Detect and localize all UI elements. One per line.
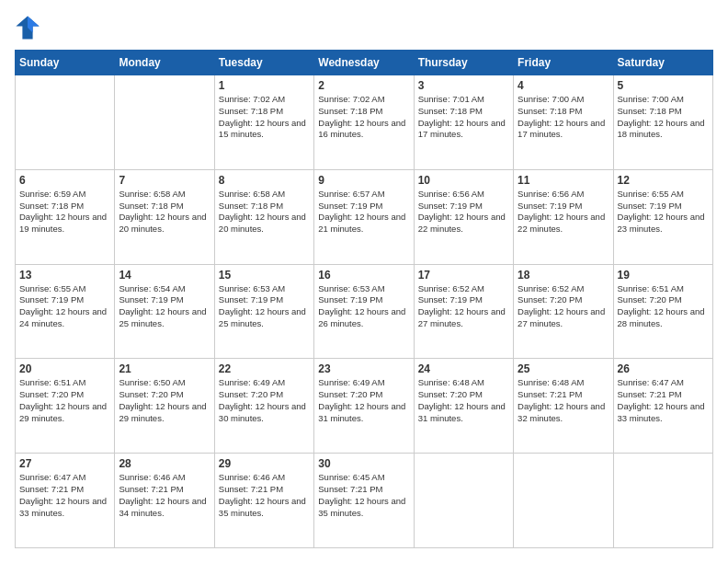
calendar-cell [16,75,115,170]
day-number: 22 [219,362,310,375]
day-info: Sunrise: 7:00 AM Sunset: 7:18 PM Dayligh… [618,94,709,141]
day-info: Sunrise: 6:59 AM Sunset: 7:18 PM Dayligh… [19,189,110,236]
calendar-cell: 23Sunrise: 6:49 AM Sunset: 7:20 PM Dayli… [314,359,414,454]
calendar-cell: 1Sunrise: 7:02 AM Sunset: 7:18 PM Daylig… [214,75,313,170]
day-number: 9 [318,174,409,187]
day-info: Sunrise: 6:58 AM Sunset: 7:18 PM Dayligh… [219,189,310,236]
day-number: 13 [19,269,110,282]
day-info: Sunrise: 6:52 AM Sunset: 7:20 PM Dayligh… [518,283,609,330]
calendar-cell: 13Sunrise: 6:55 AM Sunset: 7:19 PM Dayli… [16,264,115,359]
calendar-cell: 3Sunrise: 7:01 AM Sunset: 7:18 PM Daylig… [414,75,513,170]
day-number: 11 [518,174,609,187]
calendar-cell: 20Sunrise: 6:51 AM Sunset: 7:20 PM Dayli… [16,359,115,454]
page: SundayMondayTuesdayWednesdayThursdayFrid… [0,0,728,563]
day-info: Sunrise: 7:00 AM Sunset: 7:18 PM Dayligh… [518,94,609,141]
weekday-sunday: Sunday [16,51,115,75]
weekday-header-row: SundayMondayTuesdayWednesdayThursdayFrid… [16,51,713,75]
day-info: Sunrise: 6:47 AM Sunset: 7:21 PM Dayligh… [19,472,110,519]
weekday-monday: Monday [115,51,214,75]
week-row-2: 13Sunrise: 6:55 AM Sunset: 7:19 PM Dayli… [16,264,713,359]
day-info: Sunrise: 6:46 AM Sunset: 7:21 PM Dayligh… [219,472,310,519]
calendar-cell: 19Sunrise: 6:51 AM Sunset: 7:20 PM Dayli… [613,264,712,359]
day-info: Sunrise: 6:47 AM Sunset: 7:21 PM Dayligh… [618,377,709,424]
day-number: 4 [518,79,609,92]
day-info: Sunrise: 6:54 AM Sunset: 7:19 PM Dayligh… [119,283,210,330]
calendar-cell: 11Sunrise: 6:56 AM Sunset: 7:19 PM Dayli… [514,169,613,264]
day-number: 5 [618,79,709,92]
calendar-cell: 21Sunrise: 6:50 AM Sunset: 7:20 PM Dayli… [115,359,214,454]
day-number: 8 [219,174,310,187]
calendar-cell: 28Sunrise: 6:46 AM Sunset: 7:21 PM Dayli… [115,454,214,548]
calendar-cell: 7Sunrise: 6:58 AM Sunset: 7:18 PM Daylig… [115,169,214,264]
day-info: Sunrise: 6:50 AM Sunset: 7:20 PM Dayligh… [119,377,210,424]
day-number: 10 [418,174,509,187]
day-number: 2 [318,79,409,92]
day-info: Sunrise: 6:51 AM Sunset: 7:20 PM Dayligh… [618,283,709,330]
calendar-cell: 12Sunrise: 6:55 AM Sunset: 7:19 PM Dayli… [613,169,712,264]
calendar-cell [414,454,513,548]
day-info: Sunrise: 7:01 AM Sunset: 7:18 PM Dayligh… [418,94,509,141]
day-number: 27 [19,457,110,470]
weekday-friday: Friday [514,51,613,75]
day-info: Sunrise: 6:53 AM Sunset: 7:19 PM Dayligh… [219,283,310,330]
calendar-cell: 17Sunrise: 6:52 AM Sunset: 7:19 PM Dayli… [414,264,513,359]
day-info: Sunrise: 6:48 AM Sunset: 7:21 PM Dayligh… [518,377,609,424]
calendar-cell: 8Sunrise: 6:58 AM Sunset: 7:18 PM Daylig… [214,169,313,264]
day-info: Sunrise: 6:56 AM Sunset: 7:19 PM Dayligh… [418,189,509,236]
day-info: Sunrise: 6:57 AM Sunset: 7:19 PM Dayligh… [318,189,409,236]
day-info: Sunrise: 6:56 AM Sunset: 7:19 PM Dayligh… [518,189,609,236]
logo-icon [15,15,40,40]
day-info: Sunrise: 6:46 AM Sunset: 7:21 PM Dayligh… [119,472,210,519]
calendar-cell: 30Sunrise: 6:45 AM Sunset: 7:21 PM Dayli… [314,454,414,548]
calendar-cell: 10Sunrise: 6:56 AM Sunset: 7:19 PM Dayli… [414,169,513,264]
day-number: 14 [119,269,210,282]
day-number: 16 [318,269,409,282]
weekday-tuesday: Tuesday [214,51,313,75]
week-row-0: 1Sunrise: 7:02 AM Sunset: 7:18 PM Daylig… [16,75,713,170]
weekday-thursday: Thursday [414,51,513,75]
day-number: 19 [618,269,709,282]
day-number: 24 [418,362,509,375]
calendar-cell [613,454,712,548]
calendar-cell: 2Sunrise: 7:02 AM Sunset: 7:18 PM Daylig… [314,75,414,170]
calendar-cell: 15Sunrise: 6:53 AM Sunset: 7:19 PM Dayli… [214,264,313,359]
calendar-cell: 9Sunrise: 6:57 AM Sunset: 7:19 PM Daylig… [314,169,414,264]
calendar-cell: 29Sunrise: 6:46 AM Sunset: 7:21 PM Dayli… [214,454,313,548]
week-row-4: 27Sunrise: 6:47 AM Sunset: 7:21 PM Dayli… [16,454,713,548]
calendar-cell [115,75,214,170]
day-number: 6 [19,174,110,187]
day-number: 15 [219,269,310,282]
calendar-cell: 5Sunrise: 7:00 AM Sunset: 7:18 PM Daylig… [613,75,712,170]
day-info: Sunrise: 7:02 AM Sunset: 7:18 PM Dayligh… [318,94,409,141]
day-number: 1 [219,79,310,92]
logo [15,15,44,40]
calendar-cell: 18Sunrise: 6:52 AM Sunset: 7:20 PM Dayli… [514,264,613,359]
day-number: 7 [119,174,210,187]
day-info: Sunrise: 6:48 AM Sunset: 7:20 PM Dayligh… [418,377,509,424]
day-number: 25 [518,362,609,375]
calendar-cell: 26Sunrise: 6:47 AM Sunset: 7:21 PM Dayli… [613,359,712,454]
calendar-body: 1Sunrise: 7:02 AM Sunset: 7:18 PM Daylig… [16,75,713,548]
calendar-cell: 22Sunrise: 6:49 AM Sunset: 7:20 PM Dayli… [214,359,313,454]
weekday-wednesday: Wednesday [314,51,414,75]
day-info: Sunrise: 6:45 AM Sunset: 7:21 PM Dayligh… [318,472,409,519]
day-info: Sunrise: 6:58 AM Sunset: 7:18 PM Dayligh… [119,189,210,236]
day-number: 17 [418,269,509,282]
day-number: 28 [119,457,210,470]
day-info: Sunrise: 6:53 AM Sunset: 7:19 PM Dayligh… [318,283,409,330]
weekday-saturday: Saturday [613,51,712,75]
header [15,15,713,40]
calendar-cell: 25Sunrise: 6:48 AM Sunset: 7:21 PM Dayli… [514,359,613,454]
calendar-cell: 27Sunrise: 6:47 AM Sunset: 7:21 PM Dayli… [16,454,115,548]
day-info: Sunrise: 6:51 AM Sunset: 7:20 PM Dayligh… [19,377,110,424]
day-info: Sunrise: 6:55 AM Sunset: 7:19 PM Dayligh… [618,189,709,236]
calendar-cell: 4Sunrise: 7:00 AM Sunset: 7:18 PM Daylig… [514,75,613,170]
day-info: Sunrise: 7:02 AM Sunset: 7:18 PM Dayligh… [219,94,310,141]
week-row-3: 20Sunrise: 6:51 AM Sunset: 7:20 PM Dayli… [16,359,713,454]
day-info: Sunrise: 6:55 AM Sunset: 7:19 PM Dayligh… [19,283,110,330]
week-row-1: 6Sunrise: 6:59 AM Sunset: 7:18 PM Daylig… [16,169,713,264]
day-number: 3 [418,79,509,92]
day-info: Sunrise: 6:52 AM Sunset: 7:19 PM Dayligh… [418,283,509,330]
calendar-cell: 24Sunrise: 6:48 AM Sunset: 7:20 PM Dayli… [414,359,513,454]
day-number: 23 [318,362,409,375]
